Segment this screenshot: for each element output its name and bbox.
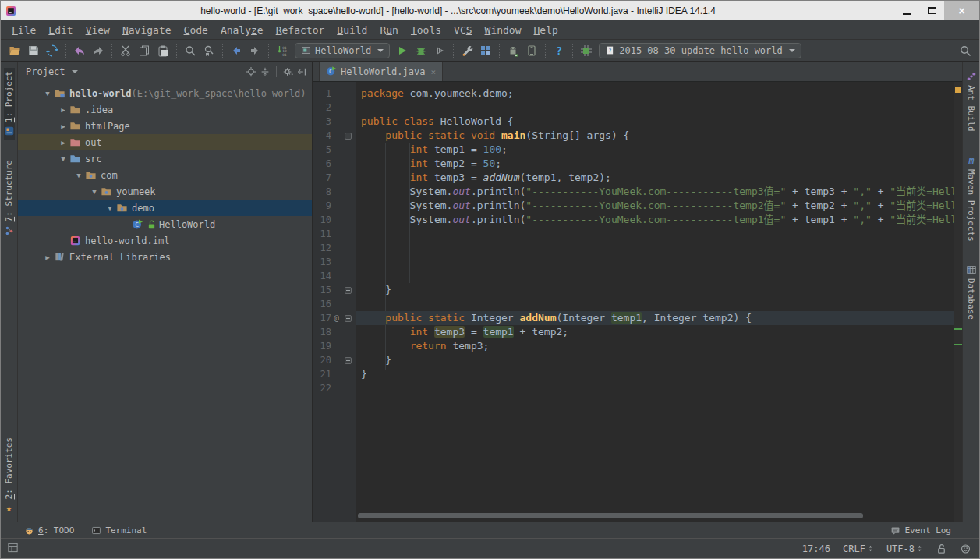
horizontal-scrollbar[interactable] [358, 513, 863, 518]
chevron-collapsed-icon[interactable]: ▶ [57, 106, 69, 114]
tree-item-com[interactable]: ▼com [18, 167, 312, 183]
back-icon[interactable] [227, 41, 246, 60]
code-line-15[interactable]: 15 } [313, 283, 954, 297]
tab-helloworld-java[interactable]: C HelloWorld.java × [319, 62, 443, 81]
line-numbers-icon[interactable]: 011001 [273, 41, 292, 60]
maximize-button[interactable] [919, 1, 944, 20]
code-line-4[interactable]: 4 public static void main(String[] args)… [313, 129, 954, 143]
menu-item-refactor[interactable]: Refactor [270, 23, 331, 37]
tree-item-src[interactable]: ▼src [18, 150, 312, 167]
chevron-collapsed-icon[interactable]: ▶ [41, 253, 54, 261]
code-line-2[interactable]: 2 [313, 101, 954, 115]
menu-item-view[interactable]: View [80, 23, 116, 37]
settings-icon[interactable] [458, 41, 476, 60]
inspection-status-marker[interactable] [955, 87, 961, 93]
gutter-line-22[interactable]: 22 [313, 381, 356, 395]
toolwindow-button-7-structure[interactable]: 7: Structure [4, 157, 15, 239]
fold-marker-icon[interactable] [341, 133, 354, 140]
code-line-6[interactable]: 6 int temp2 = 50; [313, 157, 954, 171]
toolwindow-switcher-icon[interactable] [7, 542, 19, 556]
chevron-expanded-icon[interactable]: ▼ [73, 172, 85, 179]
code-line-14[interactable]: 14 [313, 269, 954, 283]
gutter-line-19[interactable]: 19 [313, 339, 356, 353]
gutter-line-16[interactable]: 16 [313, 297, 356, 311]
coverage-icon[interactable] [430, 41, 449, 60]
gutter-line-17[interactable]: 17@ [313, 311, 356, 325]
chevron-expanded-icon[interactable]: ▼ [88, 188, 101, 196]
tree-item-idea[interactable]: ▶.idea [18, 101, 312, 118]
caret-position-indicator[interactable]: 17:46 [802, 543, 830, 554]
gutter-line-8[interactable]: 8 [313, 185, 356, 199]
chevron-expanded-icon[interactable]: ▼ [41, 90, 54, 97]
gutter-line-2[interactable]: 2 [313, 101, 356, 115]
menu-item-navigate[interactable]: Navigate [116, 23, 178, 37]
run-icon[interactable] [393, 41, 412, 60]
unlock-icon[interactable] [936, 543, 947, 554]
gutter-line-15[interactable]: 15 [313, 283, 356, 297]
sync-icon[interactable] [43, 41, 62, 60]
code-line-13[interactable]: 13 [313, 255, 954, 269]
code-line-21[interactable]: 21} [313, 367, 954, 381]
gutter-line-14[interactable]: 14 [313, 269, 356, 283]
fold-marker-icon[interactable] [341, 287, 354, 294]
toolwindow-button-2-favorites[interactable]: 2: Favorites★ [4, 434, 14, 517]
error-stripe[interactable] [954, 82, 962, 522]
android-device-icon[interactable] [522, 41, 541, 60]
line-separator-indicator[interactable]: CRLF [843, 543, 874, 554]
chevron-expanded-icon[interactable]: ▼ [104, 204, 116, 212]
forward-icon[interactable] [246, 41, 264, 60]
tree-item-external-libraries[interactable]: ▶External Libraries [18, 249, 312, 265]
save-icon[interactable] [24, 41, 43, 60]
code-line-11[interactable]: 11 [313, 227, 954, 241]
fold-marker-icon[interactable] [341, 315, 354, 322]
hide-icon[interactable] [296, 66, 307, 77]
gutter-line-6[interactable]: 6 [313, 157, 356, 171]
redo-icon[interactable] [89, 41, 108, 60]
tree-item-helloworld[interactable]: CHelloWorld [18, 216, 312, 232]
gutter-line-13[interactable]: 13 [313, 255, 356, 269]
copy-icon[interactable] [135, 41, 154, 60]
chevron-collapsed-icon[interactable]: ▶ [57, 122, 69, 130]
gutter-line-12[interactable]: 12 [313, 241, 356, 255]
code-line-17[interactable]: 17@ public static Integer addNum(Integer… [313, 311, 954, 325]
android-sdk-icon[interactable] [504, 41, 522, 60]
menu-item-vcs[interactable]: VCS [448, 23, 478, 37]
undo-icon[interactable] [70, 41, 89, 60]
toolwindow-button-6-todo[interactable]: 6: TODO [24, 525, 74, 536]
gutter-line-3[interactable]: 3 [313, 115, 356, 129]
toolwindow-button-event-log[interactable]: Event Log [890, 525, 951, 536]
gutter-line-18[interactable]: 18 [313, 325, 356, 339]
menu-item-file[interactable]: File [5, 23, 42, 37]
run-config-combo[interactable]: HelloWorld [295, 43, 390, 58]
code-line-8[interactable]: 8 System.out.println("-----------YouMeek… [313, 185, 954, 199]
code-line-10[interactable]: 10 System.out.println("-----------YouMee… [313, 213, 954, 227]
chevron-collapsed-icon[interactable]: ▶ [57, 139, 69, 147]
gutter-line-11[interactable]: 11 [313, 227, 356, 241]
code-line-20[interactable]: 20 } [313, 353, 954, 367]
find-icon[interactable] [181, 41, 200, 60]
menu-item-analyze[interactable]: Analyze [214, 23, 270, 37]
menu-item-window[interactable]: Window [479, 23, 528, 37]
chip-icon[interactable] [577, 41, 596, 60]
gutter-line-10[interactable]: 10 [313, 213, 356, 227]
code-line-7[interactable]: 7 int temp3 = addNum(temp1, temp2); [313, 171, 954, 185]
toolwindow-button-maven-projects[interactable]: mMaven Projects [966, 152, 977, 245]
search-icon[interactable] [956, 41, 975, 60]
vcs-change-marker[interactable] [954, 328, 962, 330]
gutter-line-1[interactable]: 1 [313, 87, 356, 101]
tree-item-demo[interactable]: ▼demo [18, 200, 312, 216]
tree-item-hello-world-iml[interactable]: hello-world.iml [18, 232, 312, 249]
vcs-message-combo[interactable]: ?2015-08-30 update hello world [599, 43, 801, 58]
gutter-line-5[interactable]: 5 [313, 143, 356, 157]
gutter-line-4[interactable]: 4 [313, 129, 356, 143]
code-line-5[interactable]: 5 int temp1 = 100; [313, 143, 954, 157]
chevron-expanded-icon[interactable]: ▼ [57, 155, 69, 163]
gutter-line-21[interactable]: 21 [313, 367, 356, 381]
code-line-9[interactable]: 9 System.out.println("-----------YouMeek… [313, 199, 954, 213]
minimize-button[interactable] [894, 1, 919, 20]
gutter-line-20[interactable]: 20 [313, 353, 356, 367]
toolwindow-button-ant-build[interactable]: Ant Build [966, 68, 977, 135]
help-icon[interactable]: ? [550, 41, 568, 60]
toolwindow-button-terminal[interactable]: Terminal [91, 525, 147, 536]
title-bar[interactable]: hello-world - [E:\git_work_space\hello-w… [1, 1, 979, 20]
